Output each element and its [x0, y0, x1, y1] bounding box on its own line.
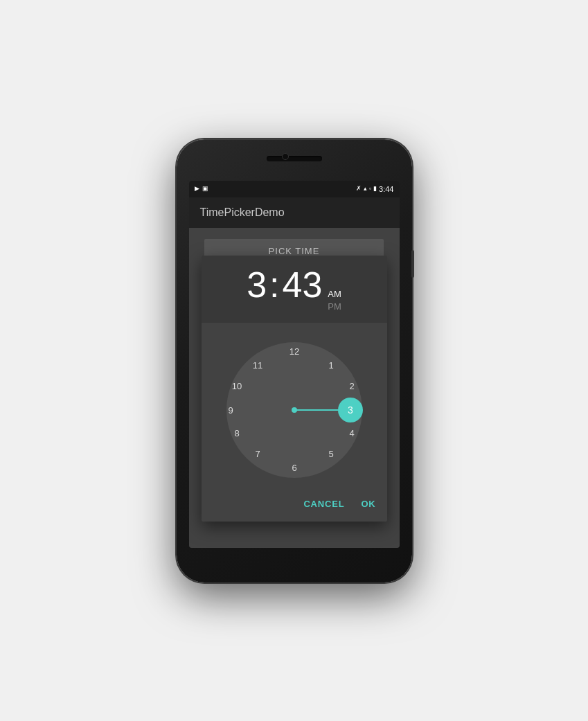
app-bar: TimePickerDemo [189, 197, 400, 228]
clock-number-6: 6 [292, 463, 296, 473]
status-left-icons: ▶ ▣ [195, 186, 208, 192]
status-right-icons: ✗ ▴ ▫ ▮ 3:44 [356, 185, 394, 193]
time-hour[interactable]: 3 [247, 267, 267, 303]
clock-number-8: 8 [234, 428, 239, 438]
notification-icon: ▶ [195, 186, 199, 192]
clock-number-1: 1 [328, 360, 333, 371]
ok-button[interactable]: OK [358, 495, 378, 513]
phone-device: ▶ ▣ ✗ ▴ ▫ ▮ 3:44 TimePickerDemo PICK TIM… [177, 139, 412, 582]
bluetooth-icon: ✗ [356, 186, 362, 192]
clock-number-4: 4 [349, 428, 354, 438]
dialog-buttons: CANCEL OK [202, 492, 387, 522]
wifi-icon: ▴ [364, 186, 367, 192]
clock-container[interactable]: 3 12 1 2 4 5 [202, 323, 387, 492]
ampm-am[interactable]: AM [328, 288, 341, 301]
clock-selected-number: 3 [348, 404, 353, 416]
phone-camera [282, 153, 289, 160]
clock-face[interactable]: 3 12 1 2 4 5 [218, 334, 371, 486]
clock-number-11: 11 [252, 360, 262, 371]
time-picker-dialog: 3 : 43 AM PM [202, 256, 387, 522]
clock-number-10: 10 [231, 381, 241, 391]
app-title: TimePickerDemo [200, 206, 285, 219]
phone-speaker [267, 156, 322, 161]
cancel-button[interactable]: CANCEL [301, 495, 347, 513]
ampm-pm[interactable]: PM [328, 301, 341, 313]
phone-screen: ▶ ▣ ✗ ▴ ▫ ▮ 3:44 TimePickerDemo PICK TIM… [189, 181, 400, 548]
status-time: 3:44 [379, 185, 393, 193]
clock-number-5: 5 [328, 449, 333, 459]
time-header: 3 : 43 AM PM [202, 256, 387, 323]
phone-volume-button [411, 250, 414, 278]
time-minutes[interactable]: 43 [283, 267, 323, 303]
clock-number-9: 9 [228, 405, 233, 416]
status-bar: ▶ ▣ ✗ ▴ ▫ ▮ 3:44 [189, 181, 400, 197]
clock-svg: 3 12 1 2 4 5 [218, 334, 371, 486]
screenshot-icon: ▣ [202, 186, 208, 192]
clock-number-2: 2 [349, 381, 354, 391]
battery-icon: ▮ [373, 186, 377, 192]
main-content: PICK TIME Pick a time here 3 : 43 AM PM [189, 228, 400, 548]
clock-number-12: 12 [289, 346, 299, 357]
time-ampm: AM PM [328, 288, 341, 313]
no-sim-icon: ▫ [369, 186, 371, 192]
time-colon: : [269, 267, 279, 303]
clock-number-7: 7 [255, 449, 260, 459]
time-display: 3 : 43 AM PM [247, 267, 341, 313]
